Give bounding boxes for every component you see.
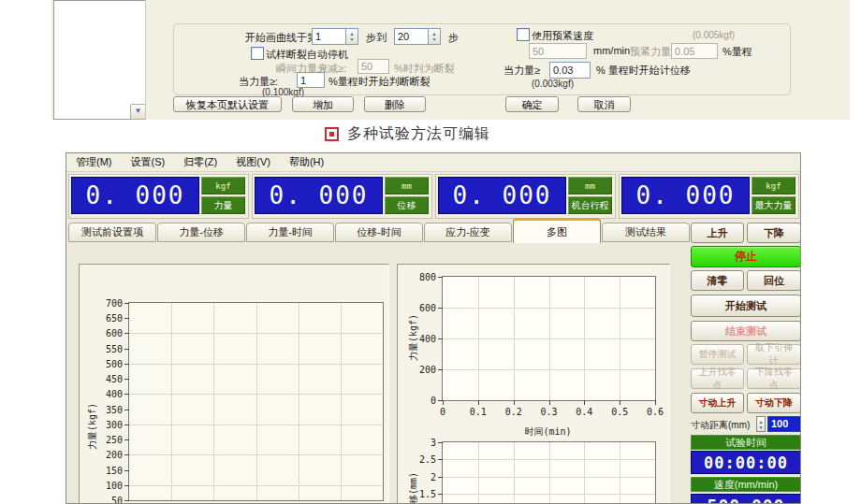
- jog-distance-input[interactable]: 100: [767, 416, 801, 432]
- stroke-name-badge[interactable]: 机台行程: [568, 196, 612, 214]
- step-from-input[interactable]: [312, 28, 346, 45]
- display-stroke: 0. 000 mm 机台行程: [435, 174, 616, 219]
- home-button[interactable]: 回位: [747, 270, 801, 291]
- stroke-unit-badge: mm: [568, 177, 612, 194]
- gridline: [213, 303, 214, 500]
- tick-mark: [124, 303, 129, 304]
- gridline: [256, 303, 257, 500]
- force-name-badge[interactable]: 力量: [201, 196, 245, 214]
- tick-mark: [124, 439, 129, 440]
- tick-label: 200: [419, 365, 436, 375]
- tick-mark: [124, 379, 129, 380]
- tick-label: 350: [106, 404, 123, 414]
- menu-view[interactable]: 视图(V): [226, 153, 280, 171]
- force-input[interactable]: [297, 72, 325, 88]
- tab-test-results[interactable]: 测试结果: [602, 223, 690, 242]
- max-force-name-badge[interactable]: 最大力量: [752, 196, 795, 214]
- ok-button[interactable]: 确定: [505, 96, 559, 112]
- gridline: [549, 277, 550, 400]
- start-test-button[interactable]: 开始测试: [691, 295, 801, 317]
- decay-suffix: %时判为断裂: [394, 62, 455, 76]
- stop-button[interactable]: 停止: [691, 246, 801, 267]
- gridline: [299, 303, 299, 500]
- force-suffix: %量程时开始判断断裂: [328, 75, 430, 89]
- down-button[interactable]: 下降: [747, 223, 801, 243]
- preload-force-unit: %量程: [722, 45, 752, 59]
- delete-button[interactable]: 删除: [364, 96, 426, 112]
- gridline: [171, 303, 172, 500]
- up-find-zero-button[interactable]: 上升找零点: [691, 368, 744, 389]
- y-axis-label: 位移(mm): [407, 472, 420, 504]
- add-button[interactable]: 增加: [292, 96, 354, 112]
- plot-area-force-time: 800600400200000.10.20.30.40.50.6: [442, 276, 656, 401]
- tab-force-time[interactable]: 力量-时间: [246, 223, 334, 242]
- stroke-value-display: 0. 000: [438, 177, 566, 214]
- step-from-spinner[interactable]: ▲▼: [346, 28, 358, 45]
- down-find-zero-button[interactable]: 下降找零点: [747, 368, 801, 389]
- gridline: [514, 277, 515, 400]
- preload-speed-input: [529, 43, 587, 59]
- step-to-spinner[interactable]: ▲▼: [429, 28, 441, 45]
- tick-label: 400: [419, 334, 436, 344]
- tick-label: 0.1: [470, 407, 487, 417]
- tab-force-displacement[interactable]: 力量-位移: [157, 223, 245, 242]
- displacement-unit-badge: mm: [385, 177, 429, 194]
- step-to-input[interactable]: [394, 28, 429, 45]
- gridline: [341, 303, 342, 500]
- cancel-button[interactable]: 取消: [577, 96, 631, 112]
- screenshot-stage: ▼ 开始画曲线于第 ▲▼ 步到 ▲▼ 步 试样断裂自动停机 瞬间力量衰减≥: %…: [0, 0, 861, 504]
- up-button[interactable]: 上升: [691, 223, 744, 243]
- displacement-name-badge[interactable]: 位移: [385, 196, 429, 214]
- tick-label: 50: [111, 496, 123, 504]
- gridline: [620, 277, 620, 400]
- pause-test-button[interactable]: 暂停测试: [691, 344, 744, 365]
- tick-label: 450: [106, 374, 123, 384]
- displacement-value-display: 0. 000: [255, 177, 383, 214]
- tick-label: 500: [106, 358, 123, 368]
- force-value-display: 0. 000: [71, 177, 199, 214]
- max-force-unit-badge: kgf: [752, 177, 795, 194]
- x-axis-label: 时间(min): [442, 425, 654, 439]
- tab-pretest-settings[interactable]: 测试前设置项: [68, 223, 156, 242]
- menu-help[interactable]: 帮助(H): [280, 153, 333, 171]
- caption-text: 多种试验方法可编辑: [347, 124, 490, 144]
- jog-up-button[interactable]: 寸动上升: [691, 393, 744, 413]
- remove-extensometer-button[interactable]: 取下引伸计: [747, 344, 801, 365]
- speed-header: 速度(mm/min): [691, 477, 801, 492]
- clear-button[interactable]: 清零: [691, 270, 744, 291]
- test-time-header: 试验时间: [691, 435, 801, 450]
- tick-mark: [124, 349, 129, 350]
- tab-stress-strain[interactable]: 应力-应变: [424, 223, 512, 242]
- method-list[interactable]: [53, 0, 146, 120]
- tick-mark: [124, 318, 129, 319]
- end-test-button[interactable]: 结束测试: [691, 321, 801, 341]
- break-stop-checkbox[interactable]: [251, 47, 264, 60]
- tick-label: 800: [419, 272, 436, 282]
- force-unit-badge: kgf: [201, 177, 245, 194]
- gridline: [620, 442, 620, 504]
- jog-distance-spinner[interactable]: ▲▼: [756, 416, 766, 432]
- tick-label: 0: [440, 407, 445, 417]
- preload-force-input: [671, 43, 718, 59]
- tick-label: 250: [106, 435, 123, 445]
- plot-area-force-displacement: 7006506005505004504003503002502001501005…: [128, 302, 384, 501]
- tick-label: 1.5: [419, 489, 436, 499]
- tick-label: 150: [106, 465, 123, 475]
- preload-checkbox[interactable]: [517, 28, 530, 41]
- chart-panel-multi: 力量(kgf) 800600400200000.10.20.30.40.50.6…: [397, 264, 670, 504]
- tab-multi-chart[interactable]: 多图: [513, 218, 601, 243]
- tick-mark: [549, 400, 550, 405]
- jog-down-button[interactable]: 寸动下降: [747, 393, 801, 413]
- break-stop-label: 试样断裂自动停机: [266, 48, 348, 62]
- tick-label: 550: [106, 343, 123, 353]
- disp-input[interactable]: [549, 62, 591, 79]
- menu-settings[interactable]: 设置(S): [122, 153, 175, 171]
- tick-label: 0.5: [611, 407, 628, 417]
- tab-displacement-time[interactable]: 位移-时间: [335, 223, 423, 242]
- to-label: 步到: [366, 31, 387, 45]
- tick-label: 300: [106, 419, 123, 429]
- restore-defaults-button[interactable]: 恢复本页默认设置: [173, 96, 282, 112]
- menu-zero[interactable]: 归零(Z): [174, 153, 226, 171]
- scroll-down-icon[interactable]: ▼: [130, 104, 146, 120]
- menu-manage[interactable]: 管理(M): [66, 153, 122, 171]
